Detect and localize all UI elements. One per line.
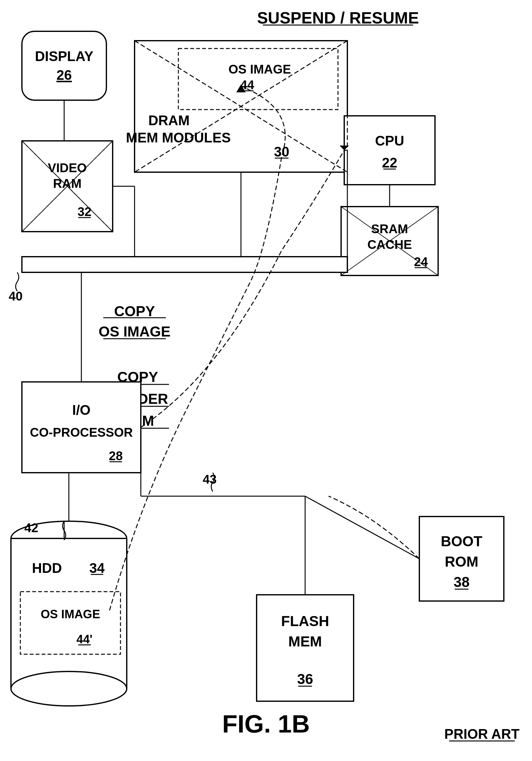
svg-rect-18 [22,257,347,272]
flash-conn-ref: 43 [203,472,217,486]
prior-art-label: PRIOR ART [444,726,519,741]
os-image-hdd-label: OS IMAGE [41,608,100,621]
video-label2: RAM [53,177,81,190]
dram-label1: DRAM [148,113,189,128]
svg-rect-30 [20,592,121,654]
dram-ref: 30 [274,144,290,159]
bus-ref: 40 [9,289,23,303]
boot-label2: ROM [445,554,478,570]
boot-ref: 38 [453,574,469,590]
hdd-label: HDD [32,560,62,576]
io-label2: CO-PROCESSOR [30,426,133,439]
svg-rect-2 [22,31,106,100]
os-image-hdd-ref: 44' [77,633,92,646]
dram-label2: MEM MODULES [126,130,231,145]
video-ref: 32 [78,205,92,218]
sram-label1: SRAM [371,222,408,236]
svg-rect-5 [178,48,338,110]
io-label1: I/O [72,402,91,418]
display-label: DISPLAY [35,48,93,64]
copy-os-image-label1: COPY [114,303,155,319]
hdd-conn-ref: 42 [25,521,38,535]
sram-label2: CACHE [367,238,412,251]
display-ref: 26 [57,67,72,83]
sram-ref: 24 [414,255,428,268]
cpu-ref: 22 [382,155,398,170]
suspend-resume-title: SUSPEND / RESUME [257,9,419,27]
os-image-dram-label: OS IMAGE [229,62,291,76]
io-ref: 28 [109,449,123,463]
boot-label1: BOOT [441,533,483,550]
cpu-label: CPU [375,133,404,148]
flash-label1: FLASH [281,613,329,629]
flash-label2: MEM [288,633,322,650]
svg-point-28 [11,672,127,706]
video-label1: VIDEO [48,161,87,175]
fig-label: FIG. 1B [222,710,310,738]
svg-rect-8 [344,116,435,185]
diagram-container: SUSPEND / RESUME DISPLAY 26 OS IMAGE 44 … [0,0,532,761]
hdd-ref: 34 [89,560,105,576]
flash-ref: 36 [297,671,313,687]
copy-os-image-label2: OS IMAGE [99,323,171,340]
